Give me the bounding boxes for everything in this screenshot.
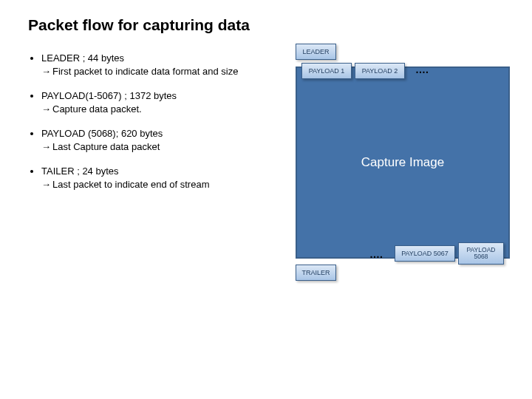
page-title: Packet flow for capturing data — [28, 16, 250, 34]
ellipsis-top: …. — [415, 64, 429, 75]
bullet-sub: Last Capture data packet — [41, 140, 279, 154]
capture-label: Capture Image — [361, 155, 444, 170]
bullet-head: PAYLOAD (5068); 620 bytes — [41, 128, 163, 139]
list-item: TAILER ; 24 bytes Last packet to indicat… — [41, 165, 279, 191]
bullet-head: PAYLOAD(1-5067) ; 1372 bytes — [41, 90, 177, 101]
slide: Packet flow for capturing data LEADER ; … — [0, 0, 532, 399]
bullet-sub: First packet to indicate data format and… — [41, 65, 279, 78]
payload-2-packet: PAYLOAD 2 — [355, 63, 405, 79]
ellipsis-bottom: …. — [369, 248, 383, 260]
bullet-sub: Capture data packet. — [41, 103, 279, 116]
payload-1-packet: PAYLOAD 1 — [301, 63, 352, 79]
list-item: LEADER ; 44 bytes First packet to indica… — [41, 52, 279, 78]
bullet-head: TAILER ; 24 bytes — [41, 166, 119, 177]
bullet-list: LEADER ; 44 bytes First packet to indica… — [28, 52, 279, 202]
payload-5067-packet: PAYLOAD 5067 — [395, 245, 455, 262]
payload-5068-packet: PAYLOAD 5068 — [458, 242, 504, 265]
bullet-sub: Last packet to indicate end of stream — [41, 178, 279, 191]
bullet-head: LEADER ; 44 bytes — [41, 52, 124, 64]
list-item: PAYLOAD (5068); 620 bytes Last Capture d… — [41, 127, 279, 153]
list-item: PAYLOAD(1-5067) ; 1372 bytes Capture dat… — [41, 89, 279, 115]
trailer-packet: TRAILER — [296, 265, 336, 281]
capture-image-box: Capture Image — [296, 66, 510, 259]
leader-packet: LEADER — [296, 44, 336, 60]
